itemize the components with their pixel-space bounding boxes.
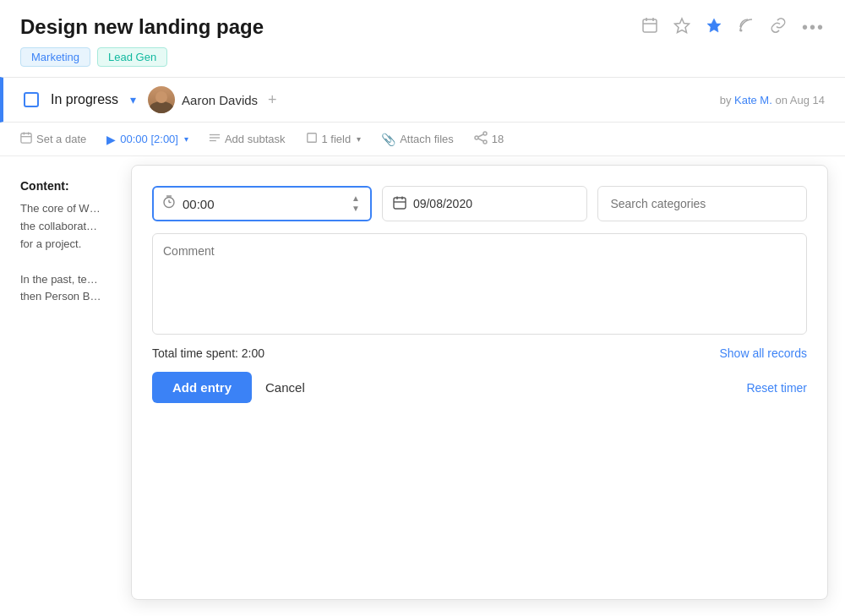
attach-files-button[interactable]: 📎 Attach files — [381, 133, 454, 146]
calendar-icon[interactable] — [641, 17, 658, 38]
comment-textarea[interactable] — [152, 233, 807, 335]
status-bar: In progress ▾ Aaron Davids + by Kate M. … — [0, 77, 845, 123]
field-button[interactable]: 1 field ▾ — [306, 132, 362, 146]
svg-marker-4 — [674, 19, 689, 33]
reset-timer-button[interactable]: Reset timer — [746, 381, 807, 395]
timer-button[interactable]: ▶ 00:00 [2:00] ▾ — [106, 133, 188, 146]
time-entry-modal: ▲ ▼ 09/08/2020 — [131, 165, 828, 600]
calendar-date-icon — [393, 196, 406, 212]
header: Design new landing page — [0, 0, 845, 47]
tags-row: Marketing Lead Gen — [0, 47, 845, 77]
svg-point-5 — [739, 29, 742, 31]
tag-leadgen[interactable]: Lead Gen — [97, 47, 167, 67]
svg-rect-23 — [394, 198, 406, 209]
add-subtask-label: Add subtask — [225, 133, 286, 145]
assignee: Aaron Davids + — [148, 86, 277, 113]
timer-clock-icon — [162, 195, 176, 212]
share-count: 18 — [492, 133, 504, 145]
set-date-button[interactable]: Set a date — [20, 132, 86, 146]
avatar — [148, 86, 175, 113]
svg-point-14 — [483, 132, 487, 135]
play-icon: ▶ — [106, 133, 116, 146]
status-checkbox[interactable] — [24, 92, 39, 107]
svg-rect-0 — [643, 19, 657, 32]
by-label: by — [720, 94, 732, 106]
field-dropdown-icon[interactable]: ▾ — [357, 134, 361, 144]
time-stepper: ▲ ▼ — [350, 194, 362, 213]
assignee-name: Aaron Davids — [182, 93, 258, 107]
status-meta: by Kate M. on Aug 14 — [720, 94, 825, 106]
total-time-label: Total time spent: 2:00 — [152, 346, 264, 360]
calendar-toolbar-icon — [20, 132, 32, 146]
time-input-wrapper[interactable]: ▲ ▼ — [152, 186, 372, 221]
author-name: Kate M. — [734, 94, 772, 106]
svg-point-15 — [475, 136, 478, 139]
date-label: on Aug 14 — [775, 94, 825, 106]
svg-line-17 — [478, 134, 483, 137]
total-row: Total time spent: 2:00 Show all records — [152, 346, 807, 360]
pin-icon[interactable] — [706, 17, 722, 38]
field-label: 1 field — [322, 133, 352, 145]
time-increment-button[interactable]: ▲ — [350, 194, 362, 203]
link-icon[interactable] — [770, 17, 787, 38]
share-icon — [474, 131, 488, 147]
time-input-field[interactable] — [183, 197, 343, 211]
content-text-panel: Content: The core of W…the collaborat…fo… — [0, 156, 144, 608]
actions-row: Add entry Cancel Reset timer — [152, 372, 807, 403]
date-value: 09/08/2020 — [413, 197, 472, 210]
add-entry-button[interactable]: Add entry — [152, 372, 252, 403]
page-title: Design new landing page — [20, 15, 264, 39]
attach-files-label: Attach files — [400, 133, 454, 145]
show-all-records-button[interactable]: Show all records — [720, 346, 808, 360]
tag-marketing[interactable]: Marketing — [20, 47, 90, 67]
star-icon[interactable] — [673, 17, 690, 38]
status-dropdown-icon[interactable]: ▾ — [130, 93, 136, 106]
attach-icon: 📎 — [381, 133, 395, 146]
page-wrapper: Design new landing page — [0, 0, 845, 616]
svg-point-16 — [483, 140, 487, 144]
svg-rect-6 — [21, 134, 31, 143]
search-categories-input[interactable] — [597, 186, 807, 221]
toolbar: Set a date ▶ 00:00 [2:00] ▾ Add subtask — [0, 123, 845, 156]
more-icon[interactable]: ••• — [802, 18, 825, 37]
time-decrement-button[interactable]: ▼ — [350, 204, 362, 213]
timer-dropdown-icon[interactable]: ▾ — [184, 134, 188, 144]
add-assignee-button[interactable]: + — [268, 91, 277, 109]
status-left: In progress ▾ Aaron Davids + — [24, 86, 277, 113]
content-label: Content: — [20, 177, 123, 195]
set-date-label: Set a date — [36, 133, 86, 145]
content-paragraph-2: In the past, te…then Person B… — [20, 271, 123, 307]
header-icons: ••• — [641, 17, 825, 38]
content-area: Content: The core of W…the collaborat…fo… — [0, 156, 845, 608]
svg-rect-13 — [307, 134, 316, 143]
svg-line-18 — [478, 139, 483, 141]
timer-label: 00:00 [2:00] — [120, 133, 178, 145]
form-top-row: ▲ ▼ 09/08/2020 — [152, 186, 807, 221]
date-input-wrapper[interactable]: 09/08/2020 — [382, 186, 588, 221]
add-subtask-button[interactable]: Add subtask — [209, 132, 286, 146]
cancel-button[interactable]: Cancel — [265, 380, 305, 395]
share-button[interactable]: 18 — [474, 131, 504, 147]
field-icon — [306, 132, 318, 146]
content-paragraph-1: The core of W…the collaborat…for a proje… — [20, 200, 123, 253]
rss-icon[interactable] — [738, 17, 755, 38]
status-label: In progress — [51, 92, 118, 107]
subtask-icon — [209, 132, 221, 146]
